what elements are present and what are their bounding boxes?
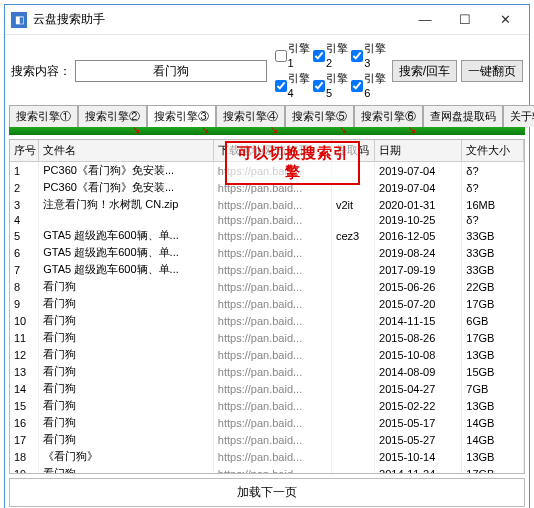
col-date[interactable]: 日期 [375, 140, 462, 162]
table-row[interactable]: 19看门狗https://pan.baid...2014-11-2417GB [10, 465, 524, 474]
table-row[interactable]: 7GTA5 超级跑车600辆、单...https://pan.baid...20… [10, 261, 524, 278]
cell-size: 13GB [462, 397, 524, 414]
cell-size: δ? [462, 179, 524, 196]
cell-seq: 1 [10, 162, 39, 180]
cell-url: https://pan.baid... [213, 261, 331, 278]
tab-engine-5[interactable]: 搜索引擎⑤↘ [285, 105, 354, 127]
table-row[interactable]: 1PC360《看门狗》免安装...https://pan.baid...2019… [10, 162, 524, 180]
cell-date: 2015-10-08 [375, 346, 462, 363]
cell-pwd [331, 431, 374, 448]
cell-pwd [331, 213, 374, 227]
tab-engine-6[interactable]: 搜索引擎⑥↘ [354, 105, 423, 127]
engine-checkbox-5[interactable]: 引擎5 [313, 71, 349, 101]
cell-pwd [331, 465, 374, 474]
cell-seq: 10 [10, 312, 39, 329]
cell-pwd [331, 244, 374, 261]
cell-size: δ? [462, 162, 524, 180]
cell-name: 看门狗 [39, 397, 214, 414]
tab-engine-1[interactable]: 搜索引擎① [9, 105, 78, 127]
cell-size: 14GB [462, 431, 524, 448]
tab-engine-2[interactable]: 搜索引擎②↘ [78, 105, 147, 127]
load-more-button[interactable]: 加载下一页 [9, 478, 525, 507]
table-row[interactable]: 11看门狗https://pan.baid...2015-08-2617GB [10, 329, 524, 346]
cell-pwd [331, 162, 374, 180]
cell-url: https://pan.baid... [213, 244, 331, 261]
table-row[interactable]: 3注意看门狗！水树凯 CN.ziphttps://pan.baid...v2it… [10, 196, 524, 213]
tab-engine-4[interactable]: 搜索引擎④↘ [216, 105, 285, 127]
next-page-button[interactable]: 一键翻页 [461, 60, 523, 82]
table-row[interactable]: 5GTA5 超级跑车600辆、单...https://pan.baid...ce… [10, 227, 524, 244]
close-button[interactable]: ✕ [485, 6, 525, 34]
cell-name: 《看门狗》 [39, 448, 214, 465]
cell-pwd [331, 414, 374, 431]
cell-name: 看门狗 [39, 363, 214, 380]
results-table-wrap: 可以切换搜索引擎 序号 文件名 下载地址(双击打开) 提取码 日期 文件大小 1… [9, 139, 525, 474]
cell-url: https://pan.baid... [213, 312, 331, 329]
cell-name: PC360《看门狗》免安装... [39, 162, 214, 180]
cell-name: 看门狗 [39, 346, 214, 363]
cell-url: https://pan.baid... [213, 431, 331, 448]
cell-seq: 4 [10, 213, 39, 227]
cell-name: PC360《看门狗》免安装... [39, 179, 214, 196]
cell-date: 2019-07-04 [375, 162, 462, 180]
arrow-icon: ↘ [132, 124, 140, 135]
cell-name: GTA5 超级跑车600辆、单... [39, 261, 214, 278]
engine-checkbox-4[interactable]: 引擎4 [275, 71, 311, 101]
minimize-button[interactable]: — [405, 6, 445, 34]
tab-engine-7[interactable]: 查网盘提取码 [423, 105, 503, 127]
search-button[interactable]: 搜索/回车 [392, 60, 457, 82]
cell-size: 33GB [462, 244, 524, 261]
engine-tabs: 搜索引擎①搜索引擎②↘搜索引擎③↘搜索引擎④↘搜索引擎⑤↘搜索引擎⑥↘查网盘提取… [5, 103, 529, 127]
cell-name [39, 213, 214, 227]
engine-checkbox-1[interactable]: 引擎1 [275, 41, 311, 71]
cell-pwd: v2it [331, 196, 374, 213]
table-row[interactable]: 13看门狗https://pan.baid...2014-08-0915GB [10, 363, 524, 380]
arrow-icon: ↘ [408, 124, 416, 135]
table-row[interactable]: 4https://pan.baid...2019-10-25δ? [10, 213, 524, 227]
cell-name: 看门狗 [39, 278, 214, 295]
cell-pwd [331, 179, 374, 196]
cell-size: 14GB [462, 414, 524, 431]
cell-url: https://pan.baid... [213, 179, 331, 196]
table-row[interactable]: 6GTA5 超级跑车600辆、单...https://pan.baid...20… [10, 244, 524, 261]
engine-checkbox-2[interactable]: 引擎2 [313, 41, 349, 71]
col-seq[interactable]: 序号 [10, 140, 39, 162]
results-table: 序号 文件名 下载地址(双击打开) 提取码 日期 文件大小 1PC360《看门狗… [10, 140, 524, 474]
engine-checkbox-3[interactable]: 引擎3 [351, 41, 387, 71]
search-input[interactable] [75, 60, 267, 82]
cell-pwd [331, 295, 374, 312]
cell-seq: 3 [10, 196, 39, 213]
search-label: 搜索内容： [11, 63, 71, 80]
cell-url: https://pan.baid... [213, 465, 331, 474]
cell-seq: 13 [10, 363, 39, 380]
cell-url: https://pan.baid... [213, 363, 331, 380]
table-row[interactable]: 12看门狗https://pan.baid...2015-10-0813GB [10, 346, 524, 363]
table-row[interactable]: 9看门狗https://pan.baid...2015-07-2017GB [10, 295, 524, 312]
engine-checkbox-6[interactable]: 引擎6 [351, 71, 387, 101]
col-url[interactable]: 下载地址(双击打开) [213, 140, 331, 162]
maximize-button[interactable]: ☐ [445, 6, 485, 34]
cell-size: 13GB [462, 448, 524, 465]
table-row[interactable]: 18《看门狗》https://pan.baid...2015-10-1413GB [10, 448, 524, 465]
col-name[interactable]: 文件名 [39, 140, 214, 162]
cell-url: https://pan.baid... [213, 346, 331, 363]
arrow-icon: ↘ [270, 124, 278, 135]
cell-seq: 17 [10, 431, 39, 448]
tab-engine-3[interactable]: 搜索引擎③↘ [147, 105, 216, 127]
col-size[interactable]: 文件大小 [462, 140, 524, 162]
table-row[interactable]: 17看门狗https://pan.baid...2015-05-2714GB [10, 431, 524, 448]
titlebar: ◧ 云盘搜索助手 — ☐ ✕ [5, 5, 529, 35]
cell-size: 33GB [462, 261, 524, 278]
cell-url: https://pan.baid... [213, 414, 331, 431]
table-row[interactable]: 15看门狗https://pan.baid...2015-02-2213GB [10, 397, 524, 414]
table-row[interactable]: 8看门狗https://pan.baid...2015-06-2622GB [10, 278, 524, 295]
col-pwd[interactable]: 提取码 [331, 140, 374, 162]
cell-pwd [331, 448, 374, 465]
tab-engine-8[interactable]: 关于软件 [503, 105, 534, 127]
cell-pwd: cez3 [331, 227, 374, 244]
cell-size: 13GB [462, 346, 524, 363]
table-row[interactable]: 2PC360《看门狗》免安装...https://pan.baid...2019… [10, 179, 524, 196]
table-row[interactable]: 14看门狗https://pan.baid...2015-04-277GB [10, 380, 524, 397]
table-row[interactable]: 16看门狗https://pan.baid...2015-05-1714GB [10, 414, 524, 431]
table-row[interactable]: 10看门狗https://pan.baid...2014-11-156GB [10, 312, 524, 329]
